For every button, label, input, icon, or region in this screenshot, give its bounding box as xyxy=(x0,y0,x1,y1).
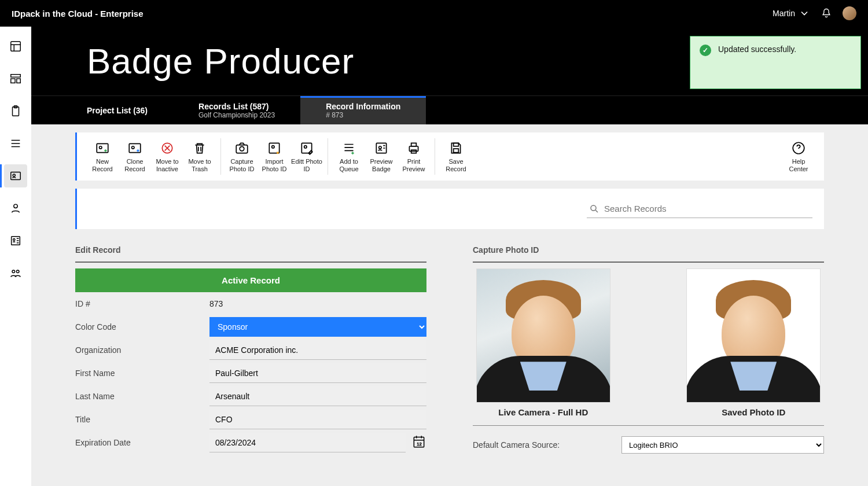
svg-rect-6 xyxy=(11,172,21,180)
live-camera-preview[interactable] xyxy=(476,268,610,403)
svg-point-21 xyxy=(272,146,274,148)
last-name-field[interactable] xyxy=(209,386,426,406)
photo-column: Capture Photo ID Live Camera - Full HD xyxy=(473,245,824,454)
svg-point-11 xyxy=(12,270,15,273)
top-bar: IDpack in the Cloud - Enterprise Martin xyxy=(0,0,868,27)
preview-badge-icon xyxy=(374,141,389,156)
tab-project-list[interactable]: Project List (36) xyxy=(31,96,173,124)
save-icon xyxy=(448,141,464,156)
tab-bar: Project List (36) Records List (587) Gol… xyxy=(31,95,868,124)
svg-point-25 xyxy=(379,146,381,149)
live-camera-panel: Live Camera - Full HD xyxy=(473,268,614,423)
nav-person[interactable] xyxy=(4,197,27,220)
search-icon xyxy=(589,204,599,214)
new-record-icon xyxy=(95,141,110,156)
queue-icon xyxy=(341,141,356,156)
nav-templates[interactable] xyxy=(4,67,27,90)
import-photo-button[interactable]: Import Photo ID xyxy=(258,138,290,175)
move-trash-button[interactable]: Move to Trash xyxy=(183,138,216,175)
camera-source-label: Default Camera Source: xyxy=(473,440,621,450)
edit-photo-button[interactable]: Editt Photo ID xyxy=(290,138,323,175)
toast-message: Updated successfully. xyxy=(718,45,796,54)
search-bar xyxy=(75,189,824,229)
print-icon xyxy=(406,141,421,156)
trash-icon xyxy=(192,141,207,156)
id-card-icon xyxy=(9,170,22,182)
success-toast: Updated successfully. xyxy=(690,36,861,89)
tab-records-list[interactable]: Records List (587) Golf Championship 202… xyxy=(173,96,300,124)
expiration-field[interactable] xyxy=(209,433,406,452)
svg-rect-1 xyxy=(11,75,21,78)
check-circle-icon xyxy=(700,45,711,56)
first-name-label: First Name xyxy=(75,369,209,378)
action-toolbar: New Record Clone Record Move to Inactive… xyxy=(75,132,824,181)
svg-rect-0 xyxy=(11,42,21,51)
capture-photo-button[interactable]: Capture Photo ID xyxy=(226,138,258,175)
live-camera-label: Live Camera - Full HD xyxy=(498,407,588,423)
search-input-wrapper[interactable] xyxy=(587,200,812,218)
svg-rect-29 xyxy=(454,143,459,146)
save-record-button[interactable]: Save Record xyxy=(440,138,472,175)
organization-field[interactable] xyxy=(209,340,426,360)
import-icon xyxy=(267,141,282,156)
app-title: IDpack in the Cloud - Enterprise xyxy=(12,9,144,19)
svg-rect-30 xyxy=(454,149,459,153)
records-icon xyxy=(9,234,22,247)
list-icon xyxy=(9,137,22,150)
nav-clipboard[interactable] xyxy=(4,100,27,123)
title-label: Title xyxy=(75,415,209,424)
svg-point-8 xyxy=(14,204,17,208)
edit-record-column: Edit Record Active Record ID # 873 Color… xyxy=(75,245,426,454)
svg-text:12: 12 xyxy=(417,441,421,447)
nav-records[interactable] xyxy=(4,229,27,252)
calendar-icon[interactable]: 12 xyxy=(411,434,426,451)
color-code-label: Color Code xyxy=(75,322,209,332)
clipboard-icon xyxy=(9,105,22,117)
chevron-down-icon xyxy=(799,8,810,19)
svg-rect-27 xyxy=(411,143,417,146)
camera-source-select[interactable]: Logitech BRIO xyxy=(621,436,824,454)
saved-photo-label: Saved Photo ID xyxy=(722,407,785,423)
svg-point-10 xyxy=(13,239,15,241)
avatar[interactable] xyxy=(843,6,856,20)
user-name-dropdown[interactable]: Martin xyxy=(773,8,810,19)
id-value: 873 xyxy=(209,293,223,314)
svg-rect-20 xyxy=(269,143,279,153)
dashboard-icon xyxy=(9,40,22,53)
preview-badge-button[interactable]: Preview Badge xyxy=(365,138,398,175)
svg-point-32 xyxy=(591,205,596,211)
hero: Badge Producer Updated successfully. Pro… xyxy=(31,27,868,124)
new-record-button[interactable]: New Record xyxy=(86,138,119,175)
search-records-field[interactable] xyxy=(604,204,810,213)
template-icon xyxy=(9,72,22,85)
svg-rect-2 xyxy=(11,79,15,83)
svg-rect-15 xyxy=(129,143,141,152)
record-status-bar: Active Record xyxy=(75,268,426,292)
add-queue-button[interactable]: Add to Queue xyxy=(333,138,365,175)
color-code-select[interactable]: Sponsor xyxy=(209,317,426,337)
nav-dashboard[interactable] xyxy=(4,35,27,58)
nav-badge-producer[interactable] xyxy=(4,164,27,187)
person-icon xyxy=(9,202,22,215)
move-inactive-button[interactable]: Move to Inactive xyxy=(151,138,183,175)
clone-record-button[interactable]: Clone Record xyxy=(119,138,151,175)
nav-groups[interactable] xyxy=(4,262,27,285)
edit-record-title: Edit Record xyxy=(75,245,426,263)
nav-list[interactable] xyxy=(4,132,27,155)
help-icon xyxy=(791,141,806,156)
svg-point-7 xyxy=(13,174,15,176)
saved-photo-preview[interactable] xyxy=(686,268,821,403)
svg-point-23 xyxy=(304,146,307,148)
first-name-field[interactable] xyxy=(209,363,426,383)
tab-record-info[interactable]: Record Information # 873 xyxy=(300,96,426,124)
svg-point-12 xyxy=(16,270,19,273)
group-icon xyxy=(9,267,22,279)
print-preview-button[interactable]: Print Preview xyxy=(398,138,430,175)
sidebar xyxy=(0,27,31,486)
help-center-button[interactable]: Help Center xyxy=(782,138,815,175)
title-field[interactable] xyxy=(209,410,426,429)
bell-icon[interactable] xyxy=(821,8,832,19)
svg-rect-13 xyxy=(97,143,108,152)
expiration-label: Expiration Date xyxy=(75,438,209,447)
edit-photo-icon xyxy=(299,141,314,156)
